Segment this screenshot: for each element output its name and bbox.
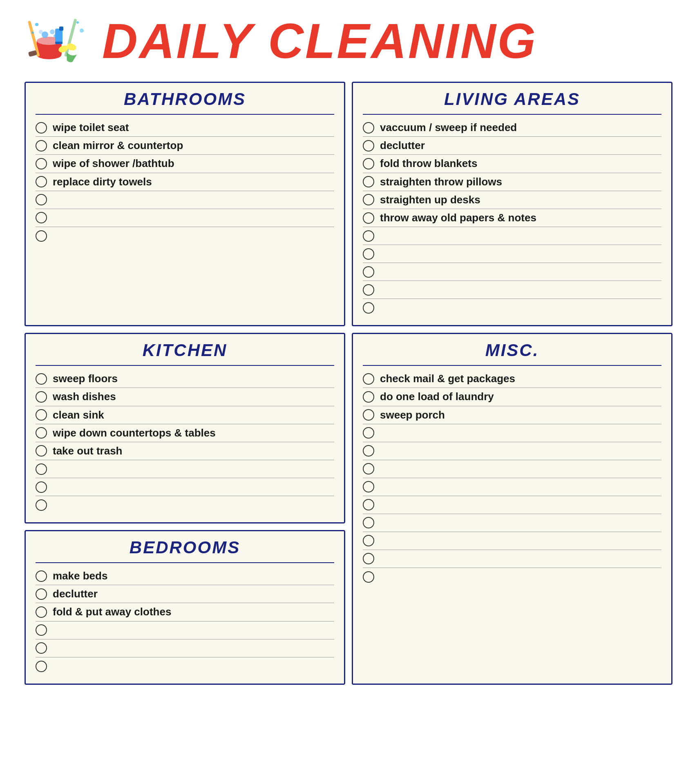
list-item[interactable]: [36, 209, 334, 227]
checkbox[interactable]: [36, 499, 47, 511]
list-item[interactable]: vaccuum / sweep if needed: [363, 119, 661, 137]
list-item[interactable]: clean mirror & countertop: [36, 137, 334, 155]
list-item[interactable]: [363, 514, 661, 532]
checkbox[interactable]: [36, 122, 47, 134]
list-item[interactable]: [363, 299, 661, 317]
checkbox[interactable]: [363, 553, 374, 564]
checkbox[interactable]: [363, 266, 374, 278]
checklist-label: sweep porch: [380, 409, 445, 421]
checkbox[interactable]: [363, 463, 374, 474]
checklist-label: straighten throw pillows: [380, 176, 502, 188]
list-item[interactable]: wipe toilet seat: [36, 119, 334, 137]
list-item[interactable]: wipe down countertops & tables: [36, 424, 334, 442]
checkbox[interactable]: [363, 140, 374, 151]
list-item[interactable]: [363, 424, 661, 442]
checkbox[interactable]: [363, 122, 374, 134]
checkbox[interactable]: [36, 570, 47, 582]
checkbox[interactable]: [363, 409, 374, 421]
kitchen-title: KITCHEN: [36, 341, 334, 360]
checkbox[interactable]: [363, 427, 374, 439]
misc-title: MISC.: [363, 341, 661, 360]
list-item[interactable]: take out trash: [36, 442, 334, 460]
list-item[interactable]: sweep porch: [363, 406, 661, 424]
list-item[interactable]: fold & put away clothes: [36, 603, 334, 621]
checkbox[interactable]: [363, 230, 374, 242]
checkbox[interactable]: [36, 624, 47, 636]
list-item[interactable]: [36, 191, 334, 209]
checkbox[interactable]: [36, 140, 47, 151]
list-item[interactable]: [36, 621, 334, 639]
list-item[interactable]: throw away old papers & notes: [363, 209, 661, 227]
list-item[interactable]: check mail & get packages: [363, 370, 661, 388]
checkbox[interactable]: [36, 373, 47, 385]
kitchen-section: KITCHEN sweep floorswash dishesclean sin…: [25, 333, 345, 523]
list-item[interactable]: [363, 550, 661, 568]
list-item[interactable]: straighten up desks: [363, 191, 661, 209]
list-item[interactable]: declutter: [36, 585, 334, 603]
list-item[interactable]: wash dishes: [36, 388, 334, 406]
checkbox[interactable]: [363, 284, 374, 296]
checkbox[interactable]: [36, 606, 47, 618]
checkbox[interactable]: [36, 212, 47, 223]
checkbox[interactable]: [363, 158, 374, 169]
checkbox[interactable]: [36, 194, 47, 205]
checkbox[interactable]: [36, 481, 47, 493]
list-item[interactable]: declutter: [363, 137, 661, 155]
checkbox[interactable]: [363, 571, 374, 583]
checkbox[interactable]: [363, 445, 374, 457]
checkbox[interactable]: [36, 427, 47, 439]
checkbox[interactable]: [363, 302, 374, 314]
checkbox[interactable]: [36, 409, 47, 421]
checklist-label: wipe of shower /bathtub: [53, 157, 174, 170]
list-item[interactable]: [363, 281, 661, 299]
list-item[interactable]: sweep floors: [36, 370, 334, 388]
bedrooms-title: BEDROOMS: [36, 538, 334, 557]
checkbox[interactable]: [36, 463, 47, 475]
list-item[interactable]: [36, 657, 334, 675]
list-item[interactable]: [363, 478, 661, 496]
list-item[interactable]: [363, 568, 661, 586]
list-item[interactable]: [363, 263, 661, 281]
checkbox[interactable]: [363, 391, 374, 403]
checkbox[interactable]: [36, 158, 47, 169]
svg-rect-11: [55, 42, 63, 44]
checkbox[interactable]: [36, 588, 47, 600]
list-item[interactable]: fold throw blankets: [363, 155, 661, 173]
list-item[interactable]: [36, 227, 334, 245]
checkbox[interactable]: [363, 248, 374, 260]
list-item[interactable]: [36, 496, 334, 514]
checkbox[interactable]: [36, 391, 47, 403]
checklist-label: fold throw blankets: [380, 157, 477, 170]
checkbox[interactable]: [36, 661, 47, 672]
list-item[interactable]: clean sink: [36, 406, 334, 424]
list-item[interactable]: [363, 460, 661, 478]
checkbox[interactable]: [36, 230, 47, 242]
checkbox[interactable]: [363, 499, 374, 510]
list-item[interactable]: [36, 460, 334, 478]
checkbox[interactable]: [36, 176, 47, 187]
list-item[interactable]: [363, 442, 661, 460]
list-item[interactable]: do one load of laundry: [363, 388, 661, 406]
list-item[interactable]: [363, 496, 661, 514]
list-item[interactable]: make beds: [36, 567, 334, 585]
living-areas-section: LIVING AREAS vaccuum / sweep if neededde…: [352, 82, 672, 326]
list-item[interactable]: [36, 639, 334, 657]
checkbox[interactable]: [363, 517, 374, 528]
list-item[interactable]: [363, 245, 661, 263]
checkbox[interactable]: [363, 212, 374, 224]
checkbox[interactable]: [363, 176, 374, 187]
list-item[interactable]: straighten throw pillows: [363, 173, 661, 191]
misc-list: check mail & get packagesdo one load of …: [363, 370, 661, 586]
checkbox[interactable]: [36, 445, 47, 457]
checklist-label: do one load of laundry: [380, 390, 494, 403]
checkbox[interactable]: [363, 373, 374, 385]
list-item[interactable]: replace dirty towels: [36, 173, 334, 191]
checkbox[interactable]: [36, 642, 47, 654]
list-item[interactable]: wipe of shower /bathtub: [36, 155, 334, 173]
checkbox[interactable]: [363, 481, 374, 492]
list-item[interactable]: [363, 227, 661, 245]
list-item[interactable]: [363, 532, 661, 550]
checkbox[interactable]: [363, 194, 374, 205]
checkbox[interactable]: [363, 535, 374, 546]
list-item[interactable]: [36, 478, 334, 496]
